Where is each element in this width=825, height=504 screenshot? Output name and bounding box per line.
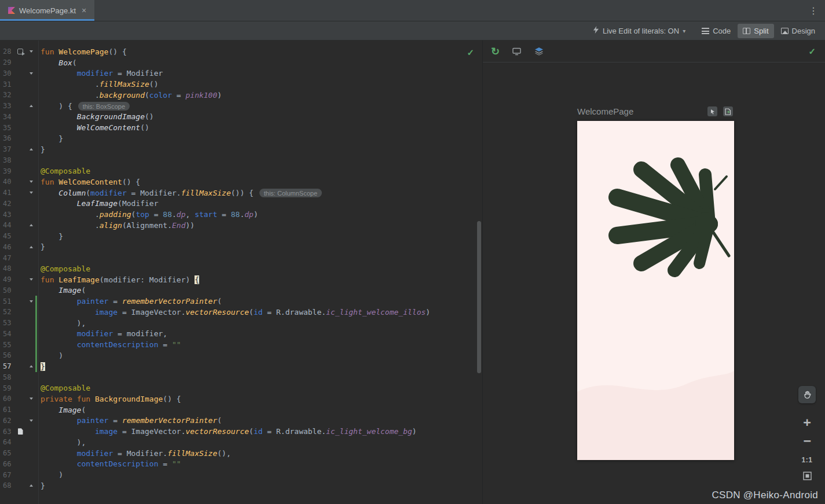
code-text[interactable]: } [38,242,45,251]
code-line-61[interactable]: 61 Image( [0,404,482,415]
code-text[interactable]: BackgroundImage() [38,112,154,121]
code-text[interactable]: @Composable [38,264,90,273]
code-line-59[interactable]: 59@Composable [0,382,482,393]
code-line-42[interactable]: 42 LeafImage(Modifier [0,198,482,209]
code-view-button[interactable]: Code [696,24,736,38]
code-text[interactable]: ) { this: BoxScope [38,102,130,111]
code-text[interactable]: modifier = modifier, [38,329,167,338]
line-number[interactable]: 28 [0,47,14,56]
fold-marker-icon[interactable] [27,224,35,226]
fold-marker-icon[interactable] [27,181,35,183]
code-line-48[interactable]: 48@Composable [0,263,482,274]
line-number[interactable]: 30 [0,69,14,78]
line-number[interactable]: 58 [0,373,14,381]
line-number[interactable]: 55 [0,341,14,349]
build-refresh-icon[interactable] [512,47,522,56]
code-line-38[interactable]: 38 [0,155,482,166]
code-text[interactable]: @Composable [38,384,90,392]
line-number[interactable]: 59 [0,384,14,392]
tab-welcomepage[interactable]: WelcomePage.kt × [0,0,94,21]
line-number[interactable]: 50 [0,286,14,295]
code-line-34[interactable]: 34 BackgroundImage() [0,112,482,123]
code-line-47[interactable]: 47 [0,252,482,263]
fold-marker-icon[interactable] [27,72,35,75]
code-text[interactable]: painter = rememberVectorPainter( [38,416,222,425]
line-number[interactable]: 44 [0,221,14,229]
code-line-31[interactable]: 31 .fillMaxSize() [0,79,482,90]
code-text[interactable]: modifier = Modifier.fillMaxSize(), [38,449,231,458]
code-line-35[interactable]: 35 WelComeContent() [0,122,482,133]
fold-marker-icon[interactable] [27,278,35,281]
split-view-button[interactable]: Split [738,24,773,38]
code-text[interactable]: contentDescription = "" [38,340,181,349]
code-text[interactable]: ), [38,438,86,447]
code-line-62[interactable]: 62 painter = rememberVectorPainter( [0,415,482,426]
code-text[interactable]: painter = rememberVectorPainter( [38,297,222,306]
code-text[interactable]: } [38,134,63,143]
line-number[interactable]: 40 [0,178,14,186]
code-line-60[interactable]: 60private fun BackgroundImage() { [0,393,482,404]
line-number[interactable]: 45 [0,232,14,240]
line-number[interactable]: 35 [0,124,14,132]
line-number[interactable]: 52 [0,308,14,316]
code-text[interactable]: .align(Alignment.End)) [38,221,195,230]
live-edit-dropdown[interactable]: Live Edit of literals: ON ▾ [593,26,685,35]
code-text[interactable]: modifier = Modifier [38,69,163,78]
file-gutter-icon[interactable] [14,428,27,435]
line-number[interactable]: 64 [0,438,14,446]
line-number[interactable]: 41 [0,189,14,197]
line-number[interactable]: 54 [0,330,14,338]
fold-marker-icon[interactable] [27,365,35,367]
code-line-41[interactable]: 41 Column(modifier = Modifier.fillMaxSiz… [0,187,482,198]
code-text[interactable]: fun WelcomePage() { [38,47,127,56]
zoom-out-button[interactable]: − [803,433,811,448]
code-text[interactable]: private fun BackgroundImage() { [38,395,181,403]
tab-close-icon[interactable]: × [82,6,86,15]
fold-marker-icon[interactable] [27,484,35,487]
code-line-37[interactable]: 37} [0,144,482,155]
code-line-33[interactable]: 33 ) { this: BoxScope [0,101,482,112]
fold-marker-icon[interactable] [27,246,35,248]
code-line-45[interactable]: 45 } [0,231,482,242]
code-line-50[interactable]: 50 Image( [0,285,482,296]
line-number[interactable]: 57 [0,362,14,370]
code-text[interactable]: .background(color = pink100) [38,91,222,100]
line-number[interactable]: 37 [0,145,14,153]
code-text[interactable]: image = ImageVector.vectorResource(id = … [38,308,430,317]
code-line-46[interactable]: 46} [0,242,482,253]
zoom-to-fit-button[interactable] [803,472,812,480]
code-line-29[interactable]: 29 Box( [0,57,482,68]
code-line-64[interactable]: 64 ), [0,437,482,448]
code-line-57[interactable]: 57} [0,361,482,372]
code-text[interactable]: ) [38,351,63,360]
code-line-66[interactable]: 66 contentDescription = "" [0,459,482,470]
refresh-preview-icon[interactable]: ↻ [491,46,500,57]
line-number[interactable]: 53 [0,319,14,327]
line-number[interactable]: 33 [0,102,14,110]
code-text[interactable]: } [38,145,45,154]
line-number[interactable]: 65 [0,449,14,457]
code-line-63[interactable]: 63 image = ImageVector.vectorResource(id… [0,426,482,437]
line-number[interactable]: 56 [0,351,14,359]
line-number[interactable]: 42 [0,200,14,208]
line-number[interactable]: 47 [0,254,14,262]
code-text[interactable]: Image( [38,406,86,414]
fold-marker-icon[interactable] [27,148,35,150]
line-number[interactable]: 68 [0,481,14,490]
preview-gutter-icon[interactable] [14,49,27,54]
line-number[interactable]: 51 [0,297,14,306]
run-preview-on-device-icon[interactable] [723,106,733,116]
line-number[interactable]: 62 [0,417,14,425]
line-number[interactable]: 63 [0,428,14,436]
code-line-32[interactable]: 32 .background(color = pink100) [0,90,482,101]
code-text[interactable]: } [38,232,63,241]
code-line-44[interactable]: 44 .align(Alignment.End)) [0,220,482,231]
code-text[interactable]: fun WelComeContent() { [38,178,140,186]
code-line-51[interactable]: 51 painter = rememberVectorPainter( [0,296,482,307]
code-line-30[interactable]: 30 modifier = Modifier [0,68,482,79]
code-line-43[interactable]: 43 .padding(top = 88.dp, start = 88.dp) [0,209,482,220]
code-line-49[interactable]: 49fun LeafImage(modifier: Modifier) { [0,274,482,285]
pan-tool-button[interactable] [798,386,816,403]
line-number[interactable]: 39 [0,167,14,175]
code-text[interactable]: image = ImageVector.vectorResource(id = … [38,427,417,436]
